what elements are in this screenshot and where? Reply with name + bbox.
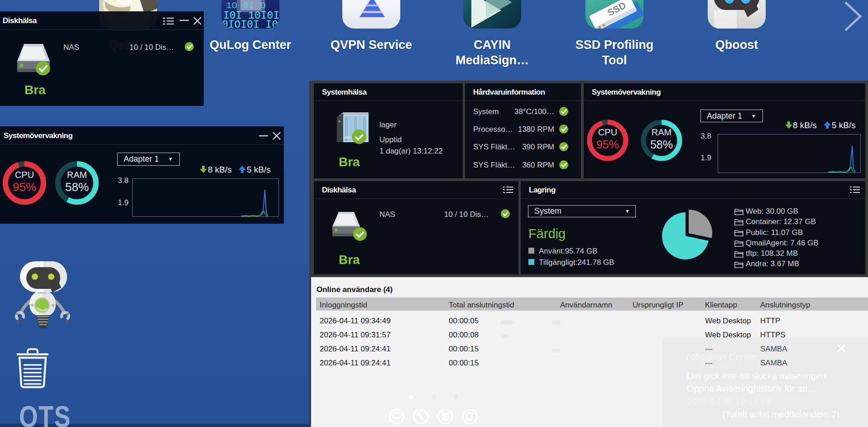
svg-text:95%: 95% <box>596 138 619 151</box>
svg-text:1O 0I O: 1O 0I O <box>226 0 266 11</box>
svg-text:58%: 58% <box>650 138 673 151</box>
svg-text:RAM: RAM <box>67 170 87 180</box>
svg-text:0IOI0I I0I: 0IOI0I I0I <box>222 19 279 29</box>
svg-text:95%: 95% <box>13 180 36 194</box>
svg-text:CPU: CPU <box>598 127 617 137</box>
svg-text:CPU: CPU <box>15 170 34 180</box>
svg-text:58%: 58% <box>65 180 89 194</box>
svg-text:RAM: RAM <box>652 127 671 137</box>
